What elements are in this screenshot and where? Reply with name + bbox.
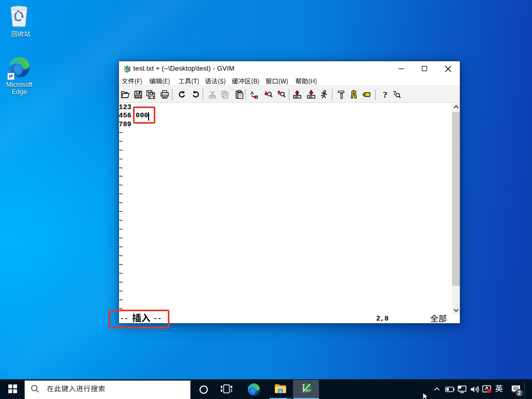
svg-text:A: A bbox=[250, 90, 254, 96]
svg-text:?: ? bbox=[383, 90, 388, 99]
svg-text:2: 2 bbox=[518, 390, 521, 396]
